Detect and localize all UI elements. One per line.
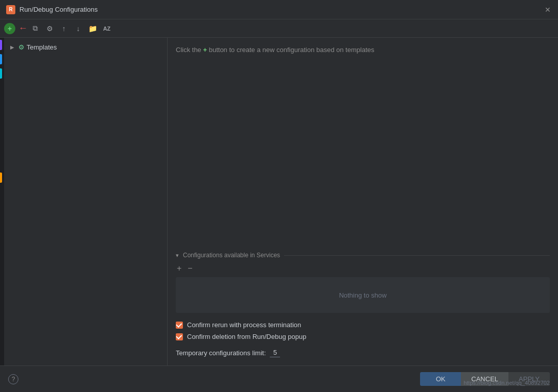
url-hint: https://blog.csdn.net/qq_40892702 [463,380,550,386]
services-add-button[interactable]: + [176,264,182,273]
ok-button[interactable]: OK [420,372,461,386]
checkbox-confirm-rerun[interactable]: Confirm rerun with process termination [176,321,550,329]
gear-toolbar-icon: ⚙ [46,24,53,33]
help-button[interactable]: ? [8,374,18,384]
services-remove-button[interactable]: − [187,264,193,273]
title-bar: R Run/Debug Configurations ✕ [0,0,558,19]
folder-icon: 📁 [88,24,97,33]
templates-gear-icon: ⚙ [18,43,25,51]
info-after: button to create a new configuration bas… [209,46,375,54]
close-button[interactable]: ✕ [544,6,552,14]
checkbox-confirm-deletion[interactable]: Confirm deletion from Run/Debug popup [176,333,550,340]
tree-expand-arrow: ▶ [10,44,16,50]
move-up-button[interactable]: ↑ [57,22,71,35]
temp-config-value[interactable]: 5 [270,349,280,357]
sidebar-indicators [0,38,4,365]
settings-button[interactable]: ⚙ [43,22,56,35]
services-section-header: ▾ Configurations available in Services [176,252,550,259]
arrow-up-icon: ↑ [62,24,66,33]
spacer [176,64,550,252]
info-plus-sign: + [203,46,207,54]
temp-config-row: Temporary configurations limit: 5 [176,349,550,357]
info-text: Click the + button to create a new confi… [176,46,550,54]
app-icon: R [6,5,15,14]
services-toolbar: + − [176,264,550,273]
dialog-title: Run/Debug Configurations [19,6,98,13]
move-down-button[interactable]: ↓ [72,22,85,35]
dialog-container: R Run/Debug Configurations ✕ + ← ⧉ ⚙ ↑ ↓… [0,0,558,392]
nothing-to-show: Nothing to show [176,277,550,313]
arrow-indicator: ← [18,23,28,34]
empty-label: Nothing to show [339,291,386,299]
folder-button[interactable]: 📁 [86,22,99,35]
add-icon: + [8,24,12,33]
services-section-title: Configurations available in Services [183,252,280,259]
title-bar-left: R Run/Debug Configurations [6,5,98,14]
info-before: Click the [176,46,201,54]
checkbox-label-deletion: Confirm deletion from Run/Debug popup [187,333,306,340]
checkbox-label-rerun: Confirm rerun with process termination [187,321,301,329]
copy-button[interactable]: ⧉ [29,22,42,35]
sidebar-indicator-teal [0,68,2,79]
sidebar-indicator-orange [0,173,2,183]
sidebar-indicator-purple [0,40,2,50]
templates-label: Templates [27,43,57,51]
sidebar-indicator-blue [0,54,2,64]
bottom-left: ? [8,374,18,384]
sort-button[interactable]: AZ [100,22,113,35]
toolbar: + ← ⧉ ⚙ ↑ ↓ 📁 AZ [0,19,558,38]
main-content: ▶ ⚙ Templates Click the + button to crea… [0,38,558,365]
right-panel: Click the + button to create a new confi… [168,38,558,365]
arrow-down-icon: ↓ [77,24,80,33]
bottom-bar: ? OK CANCEL APPLY [0,365,558,392]
checkbox-icon-deletion [176,333,183,340]
copy-icon: ⧉ [33,24,38,33]
sort-az-icon: AZ [103,26,111,32]
checkbox-icon-rerun [176,322,183,329]
add-config-button[interactable]: + [4,23,15,34]
temp-config-label: Temporary configurations limit: [176,349,266,357]
templates-tree-item[interactable]: ▶ ⚙ Templates [4,42,167,53]
left-panel: ▶ ⚙ Templates [4,38,168,365]
divider-line [284,255,550,256]
section-chevron-icon[interactable]: ▾ [176,252,179,259]
